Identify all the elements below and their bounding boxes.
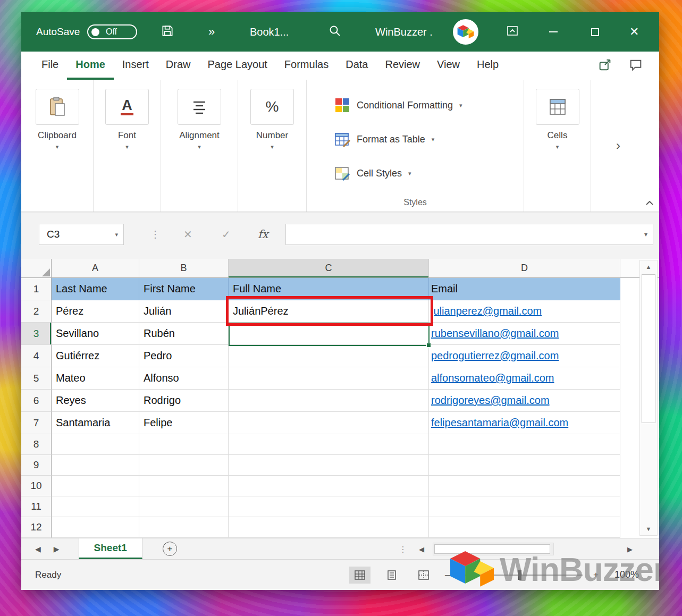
row-header-6[interactable]: 6 [21, 390, 52, 412]
cell-D6[interactable]: rodrigoreyes@gmail.com [429, 390, 620, 412]
row-header-7[interactable]: 7 [21, 412, 52, 434]
cell-C11[interactable] [229, 496, 429, 517]
autosave-toggle[interactable]: Off [87, 24, 137, 39]
collapse-ribbon-button[interactable] [645, 199, 654, 208]
column-header-D[interactable]: D [429, 259, 620, 278]
cell-A10[interactable] [52, 476, 139, 496]
row-header-2[interactable]: 2 [21, 300, 52, 323]
close-button[interactable]: ✕ [629, 26, 639, 38]
sheet-tab-sheet1[interactable]: Sheet1 [79, 538, 142, 559]
row-header-3[interactable]: 3 [21, 323, 52, 345]
alignment-group-button[interactable]: Alignment ▾ [161, 80, 238, 212]
column-header-A[interactable]: A [52, 259, 139, 278]
zoom-level[interactable]: 100% [614, 569, 639, 580]
cell-D1[interactable]: Email [429, 278, 620, 300]
minimize-button[interactable] [546, 25, 560, 39]
email-link[interactable]: alfonsomateo@gmail.com [431, 372, 554, 384]
row-header-11[interactable]: 11 [21, 496, 52, 517]
vertical-scroll-thumb[interactable] [642, 274, 655, 423]
name-box[interactable]: C3 ▾ [39, 224, 124, 245]
cell-B2[interactable]: Julián [139, 300, 229, 323]
cell-A12[interactable] [52, 517, 139, 538]
row-header-5[interactable]: 5 [21, 367, 52, 390]
number-group-button[interactable]: % Number ▾ [238, 80, 307, 212]
cell-B5[interactable]: Alfonso [139, 367, 229, 390]
cell-D2[interactable]: julianperez@gmail.com [429, 300, 620, 323]
email-link[interactable]: felipesantamaria@gmail.com [431, 417, 568, 429]
cell-B1[interactable]: First Name [139, 278, 229, 300]
row-header-12[interactable]: 12 [21, 517, 52, 538]
hscroll-left-button[interactable]: ◀ [419, 545, 424, 553]
cell-styles-button[interactable]: Cell Styles ▾ [334, 163, 411, 184]
account-name[interactable]: WinBuzzer . [375, 26, 433, 38]
tab-home[interactable]: Home [67, 52, 114, 80]
select-all-button[interactable] [21, 259, 52, 278]
row-header-8[interactable]: 8 [21, 434, 52, 455]
cell-B3[interactable]: Rubén [139, 323, 229, 345]
cell-B8[interactable] [139, 434, 229, 455]
search-button[interactable] [329, 24, 341, 39]
email-link[interactable]: rodrigoreyes@gmail.com [431, 394, 550, 407]
vertical-scrollbar[interactable]: ▲ ▼ [639, 260, 658, 536]
conditional-formatting-button[interactable]: Conditional Formatting ▾ [334, 95, 462, 116]
row-header-9[interactable]: 9 [21, 455, 52, 476]
cell-A3[interactable]: Sevillano [52, 323, 139, 345]
scroll-up-button[interactable]: ▲ [640, 260, 657, 273]
share-button[interactable] [597, 57, 612, 74]
zoom-slider-handle[interactable] [518, 570, 521, 580]
tab-bar-splitter-icon[interactable]: ⋮ [399, 544, 407, 554]
tab-page-layout[interactable]: Page Layout [199, 52, 276, 80]
tab-view[interactable]: View [428, 52, 468, 80]
normal-view-button[interactable] [349, 567, 371, 584]
formula-input[interactable] [285, 224, 653, 245]
cell-A9[interactable] [52, 455, 139, 476]
font-group-button[interactable]: A Font ▾ [94, 80, 161, 212]
cell-C8[interactable] [229, 434, 429, 455]
scroll-down-button[interactable]: ▼ [640, 522, 657, 535]
zoom-out-button[interactable]: — [445, 570, 454, 580]
cell-C4[interactable] [229, 345, 429, 367]
page-layout-view-button[interactable] [381, 567, 402, 584]
formula-bar-drag-dots-icon[interactable]: ⋮ [150, 224, 160, 245]
more-commands-button[interactable]: » [208, 25, 215, 39]
cancel-entry-button[interactable]: ✕ [183, 224, 192, 245]
next-sheet-button[interactable]: ▶ [54, 545, 60, 553]
clipboard-group-button[interactable]: Clipboard ▾ [21, 80, 94, 212]
comments-button[interactable] [628, 57, 643, 74]
ribbon-more-button[interactable]: › [616, 138, 620, 153]
cell-D4[interactable]: pedrogutierrez@gmail.com [429, 345, 620, 367]
cell-A2[interactable]: Pérez [52, 300, 139, 323]
save-button[interactable] [161, 24, 174, 40]
formula-bar-expand-icon[interactable]: ▾ [644, 224, 647, 245]
fill-handle[interactable] [426, 343, 431, 348]
cell-B12[interactable] [139, 517, 229, 538]
cell-C10[interactable] [229, 476, 429, 496]
cell-A8[interactable] [52, 434, 139, 455]
zoom-slider[interactable] [465, 575, 583, 576]
cell-D11[interactable] [429, 496, 620, 517]
cell-A5[interactable]: Mateo [52, 367, 139, 390]
tab-insert[interactable]: Insert [114, 52, 157, 80]
cell-A11[interactable] [52, 496, 139, 517]
tab-data[interactable]: Data [337, 52, 376, 80]
cell-D9[interactable] [429, 455, 620, 476]
row-header-10[interactable]: 10 [21, 476, 52, 496]
cell-C9[interactable] [229, 455, 429, 476]
add-sheet-button[interactable]: + [163, 542, 177, 556]
cell-C1[interactable]: Full Name [229, 278, 429, 300]
cell-A7[interactable]: Santamaria [52, 412, 139, 434]
row-header-4[interactable]: 4 [21, 345, 52, 367]
cell-C7[interactable] [229, 412, 429, 434]
maximize-button[interactable] [588, 25, 602, 39]
cell-A6[interactable]: Reyes [52, 390, 139, 412]
cell-B11[interactable] [139, 496, 229, 517]
account-avatar[interactable] [453, 19, 478, 45]
cell-A4[interactable]: Gutiérrez [52, 345, 139, 367]
confirm-entry-button[interactable]: ✓ [222, 224, 231, 245]
cell-C2[interactable]: JuliánPérez [229, 300, 429, 323]
cell-B4[interactable]: Pedro [139, 345, 229, 367]
cell-B7[interactable]: Felipe [139, 412, 229, 434]
cell-C12[interactable] [229, 517, 429, 538]
email-link[interactable]: rubensevillano@gmail.com [431, 327, 559, 340]
tab-draw[interactable]: Draw [157, 52, 199, 80]
